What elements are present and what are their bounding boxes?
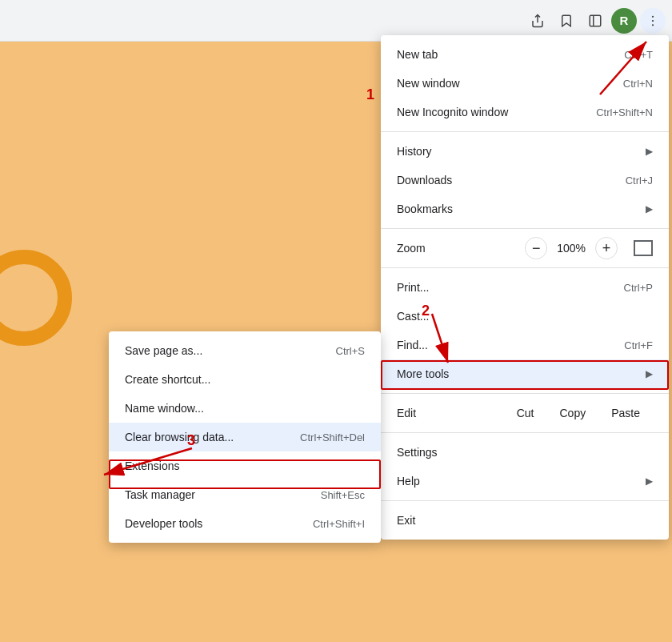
- account-button[interactable]: R: [611, 8, 637, 34]
- divider: [381, 393, 669, 394]
- sidebar-button[interactable]: [582, 8, 608, 34]
- svg-point-3: [652, 19, 654, 21]
- menu-item-new-window[interactable]: New window Ctrl+N: [381, 69, 669, 98]
- menu-item-save-page[interactable]: Save page as... Ctrl+S: [109, 336, 381, 365]
- svg-point-4: [652, 24, 654, 26]
- bookmark-button[interactable]: [554, 8, 579, 34]
- step-2-annotation: 2: [422, 303, 430, 319]
- edit-row: Edit Cut Copy Paste: [381, 399, 669, 427]
- zoom-controls: − 100% +: [525, 237, 653, 259]
- menu-item-task-manager[interactable]: Task manager Shift+Esc: [109, 480, 381, 509]
- cut-button[interactable]: Cut: [504, 403, 547, 423]
- menu-item-dev-tools[interactable]: Developer tools Ctrl+Shift+I: [109, 509, 381, 538]
- divider: [381, 432, 669, 433]
- zoom-out-button[interactable]: −: [525, 237, 547, 259]
- divider: [381, 500, 669, 501]
- menu-item-downloads[interactable]: Downloads Ctrl+J: [381, 166, 669, 195]
- paste-button[interactable]: Paste: [598, 403, 653, 423]
- share-button[interactable]: [525, 8, 550, 34]
- zoom-in-button[interactable]: +: [595, 237, 618, 259]
- copy-button[interactable]: Copy: [547, 403, 599, 423]
- menu-item-clear-browsing[interactable]: Clear browsing data... Ctrl+Shift+Del: [109, 423, 381, 451]
- chrome-menu: New tab Ctrl+T New window Ctrl+N New Inc…: [381, 35, 669, 540]
- menu-item-incognito[interactable]: New Incognito window Ctrl+Shift+N: [381, 98, 669, 126]
- fullscreen-button[interactable]: [634, 240, 653, 256]
- menu-item-name-window[interactable]: Name window...: [109, 394, 381, 423]
- menu-item-print[interactable]: Print... Ctrl+P: [381, 273, 669, 302]
- circle-decoration: [0, 250, 72, 346]
- svg-rect-0: [590, 15, 601, 26]
- step-1-annotation: 1: [366, 86, 374, 103]
- menu-item-bookmarks[interactable]: Bookmarks ▶: [381, 195, 669, 223]
- divider: [381, 228, 669, 229]
- menu-item-extensions[interactable]: Extensions: [109, 451, 381, 480]
- menu-item-history[interactable]: History ▶: [381, 137, 669, 166]
- menu-item-new-tab[interactable]: New tab Ctrl+T: [381, 40, 669, 69]
- menu-item-create-shortcut[interactable]: Create shortcut...: [109, 365, 381, 394]
- step-3-annotation: 3: [187, 432, 195, 449]
- divider: [381, 131, 669, 132]
- menu-item-find[interactable]: Find... Ctrl+F: [381, 331, 669, 359]
- menu-item-more-tools[interactable]: More tools ▶: [381, 359, 669, 388]
- more-tools-menu: Save page as... Ctrl+S Create shortcut..…: [109, 331, 381, 543]
- svg-point-2: [652, 15, 654, 17]
- zoom-row: Zoom − 100% +: [381, 234, 669, 263]
- menu-item-exit[interactable]: Exit: [381, 506, 669, 535]
- menu-item-settings[interactable]: Settings: [381, 438, 669, 467]
- divider: [381, 267, 669, 268]
- menu-item-help[interactable]: Help ▶: [381, 467, 669, 496]
- menu-button[interactable]: [640, 8, 666, 34]
